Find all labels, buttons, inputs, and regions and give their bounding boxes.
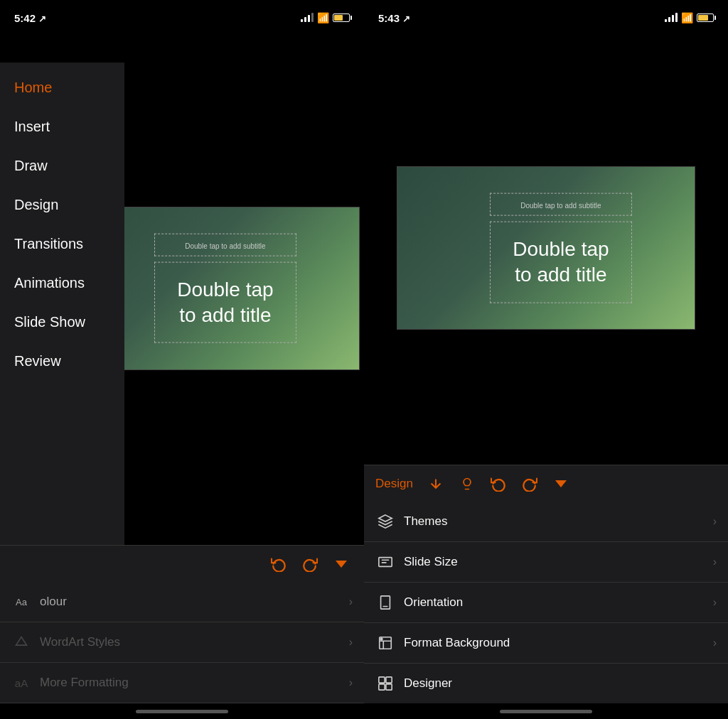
orientation-chevron: › [713,596,717,609]
themes-label: Themes [404,514,713,529]
slide-title-right: Double tap to add title [513,238,609,286]
formatbg-label: Format Background [404,636,713,650]
time-left: 5:42 ↗ [14,12,46,24]
wordart-icon [11,632,31,652]
title-box-left[interactable]: Double tap to add title [154,261,296,343]
bulb-icon[interactable] [456,472,478,495]
subtitle-text-right: Double tap to add subtitle [520,202,601,210]
subtitle-box-left: Double tap to add subtitle [154,233,296,256]
svg-point-3 [380,638,382,640]
dropdown-icon[interactable] [330,553,353,575]
designer-icon [375,674,395,693]
wifi-icon-right: 📶 [681,12,693,23]
menu-item-insert[interactable]: Insert [0,107,124,146]
panel-row-moreformat[interactable]: aA More Formatting › [0,663,364,703]
title-box-right[interactable]: Double tap to add title [490,222,632,303]
panel-row-themes[interactable]: Themes › [364,502,728,542]
signal-icon-right [665,13,678,22]
slide-preview-right: Double tap to add subtitle Double tap to… [397,166,695,330]
battery-icon [333,13,350,22]
menu-item-draw[interactable]: Draw [0,146,124,185]
panel-row-slidesize[interactable]: Slide Size › [364,542,728,583]
formatbg-icon [375,633,395,653]
status-icons-right: 📶 [665,12,714,23]
status-bar-right: 5:43 ↗ 📶 [364,0,728,31]
fontcolour-label: olour [40,595,349,609]
moreformat-chevron: › [349,676,353,689]
left-menu: Home Insert Draw Design Transitions Anim… [0,63,124,545]
panel-row-designer[interactable]: Designer [364,664,728,703]
time-right: 5:43 ↗ [378,12,410,24]
home-indicator-right [364,703,728,719]
subtitle-text-left: Double tap to add subtitle [185,242,265,249]
slidesize-icon [375,552,395,572]
svg-rect-7 [386,684,392,690]
svg-rect-6 [379,684,385,690]
slidesize-chevron: › [713,556,717,568]
svg-rect-5 [386,677,392,683]
subtitle-box-right: Double tap to add subtitle [490,193,632,216]
toolbar-right: Design [364,465,728,502]
slide-title-left: Double tap to add title [177,278,273,325]
orientation-icon [375,593,395,612]
wifi-icon: 📶 [317,12,329,23]
panel-row-orientation[interactable]: Orientation › [364,583,728,623]
menu-item-design[interactable]: Design [0,185,124,225]
menu-item-slideshow[interactable]: Slide Show [0,303,124,342]
toolbar-left [0,545,364,582]
formatbg-chevron: › [713,637,717,649]
slide-area-right: Double tap to add subtitle Double tap to… [364,31,728,465]
svg-rect-4 [379,677,385,683]
toolbar-tab-design[interactable]: Design [375,477,413,491]
screen-left: 5:42 ↗ 📶 Home Insert Draw [0,0,364,719]
redo-icon[interactable] [299,553,321,575]
undo-icon-right[interactable] [487,472,510,495]
slidesize-label: Slide Size [404,555,713,569]
sort-icon[interactable] [424,472,447,495]
status-bar-left: 5:42 ↗ 📶 [0,0,364,31]
panel-row-wordart[interactable]: WordArt Styles › [0,622,364,663]
moreformat-icon: aA [11,673,31,693]
bottom-panel-left: Aa olour › WordArt Styles › [0,582,364,703]
themes-chevron: › [713,515,717,528]
dropdown-icon-right[interactable] [550,472,572,495]
menu-item-transitions[interactable]: Transitions [0,225,124,264]
wordart-chevron: › [349,636,353,649]
themes-icon [375,512,395,531]
design-panel: Themes › Slide Size › [364,502,728,703]
undo-icon[interactable] [267,553,290,575]
moreformat-label: More Formatting [40,676,349,690]
svg-rect-0 [379,558,392,567]
menu-item-home[interactable]: Home [0,68,124,107]
slide-area-left: Home Insert Draw Design Transitions Anim… [0,31,364,545]
panel-row-formatbg[interactable]: Format Background › [364,623,728,664]
status-icons-left: 📶 [301,12,350,23]
designer-label: Designer [404,676,717,691]
home-indicator-left [0,703,364,719]
panel-row-fontcolour[interactable]: Aa olour › [0,582,364,622]
fontcolour-icon: Aa [11,592,31,612]
fontcolour-chevron: › [349,595,353,608]
svg-rect-1 [381,596,390,609]
menu-item-review[interactable]: Review [0,342,124,381]
screen-right: 5:43 ↗ 📶 [364,0,728,719]
orientation-label: Orientation [404,595,713,610]
menu-item-animations[interactable]: Animations [0,264,124,303]
redo-icon-right[interactable] [518,472,541,495]
signal-icon [301,13,314,22]
wordart-label: WordArt Styles [40,635,349,649]
battery-icon-right [697,13,714,22]
